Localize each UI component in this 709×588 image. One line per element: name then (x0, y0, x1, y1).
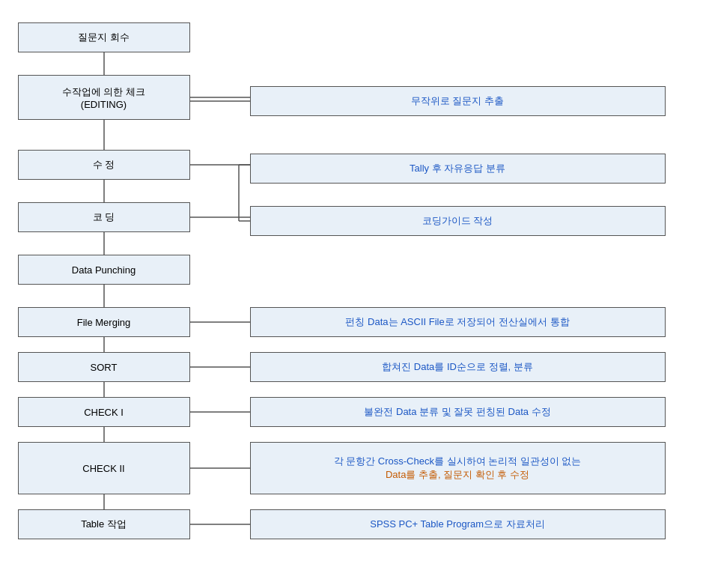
file-merging-label: File Merging (77, 317, 131, 328)
sort-desc-label: 합쳐진 Data를 ID순으로 정렬, 분류 (382, 360, 533, 374)
check1-desc-box: 불완전 Data 분류 및 잘못 펀칭된 Data 수정 (250, 397, 666, 427)
sort-box: SORT (18, 352, 190, 382)
file-merging-box: File Merging (18, 307, 190, 337)
tally-classify-box: Tally 후 자유응답 분류 (250, 154, 666, 184)
check1-box: CHECK I (18, 397, 190, 427)
manual-check-label: 수작업에 의한 체크 (EDITING) (62, 85, 145, 110)
coding-guide-box: 코딩가이드 작성 (250, 206, 666, 236)
coding-label: 코 딩 (93, 210, 115, 224)
table-work-box: Table 작업 (18, 509, 190, 539)
table-desc-box: SPSS PC+ Table Program으로 자료처리 (250, 509, 666, 539)
check2-desc-line1: 각 문항간 Cross-Check를 실시하여 논리적 일관성이 없는 (334, 455, 582, 468)
check1-desc-label: 불완전 Data 분류 및 잘못 펀칭된 Data 수정 (364, 405, 550, 419)
check2-desc-line2: Data를 추출, 질문지 확인 후 수정 (386, 468, 529, 482)
table-desc-label: SPSS PC+ Table Program으로 자료처리 (370, 518, 544, 531)
sort-label: SORT (91, 362, 118, 373)
manual-check-box: 수작업에 의한 체크 (EDITING) (18, 75, 190, 120)
check2-box: CHECK II (18, 442, 190, 494)
file-merge-desc-box: 펀칭 Data는 ASCII File로 저장되어 전산실에서 통합 (250, 307, 666, 337)
questionnaire-collect-label: 질문지 회수 (78, 31, 130, 44)
table-work-label: Table 작업 (81, 518, 127, 531)
random-extract-label: 무작위로 질문지 추출 (411, 94, 504, 108)
data-punching-label: Data Punching (72, 264, 136, 276)
sort-desc-box: 합쳐진 Data를 ID순으로 정렬, 분류 (250, 352, 666, 382)
coding-box: 코 딩 (18, 202, 190, 232)
random-extract-box: 무작위로 질문지 추출 (250, 86, 666, 116)
file-merge-desc-label: 펀칭 Data는 ASCII File로 저장되어 전산실에서 통합 (345, 315, 569, 329)
check2-desc-box: 각 문항간 Cross-Check를 실시하여 논리적 일관성이 없는 Data… (250, 442, 666, 494)
coding-guide-label: 코딩가이드 작성 (422, 214, 493, 228)
check2-label: CHECK II (82, 463, 124, 474)
correction-box: 수 정 (18, 150, 190, 180)
check1-label: CHECK I (84, 407, 124, 418)
tally-classify-label: Tally 후 자유응답 분류 (410, 162, 505, 175)
data-punching-box: Data Punching (18, 255, 190, 285)
questionnaire-collect-box: 질문지 회수 (18, 22, 190, 52)
correction-label: 수 정 (93, 158, 115, 172)
